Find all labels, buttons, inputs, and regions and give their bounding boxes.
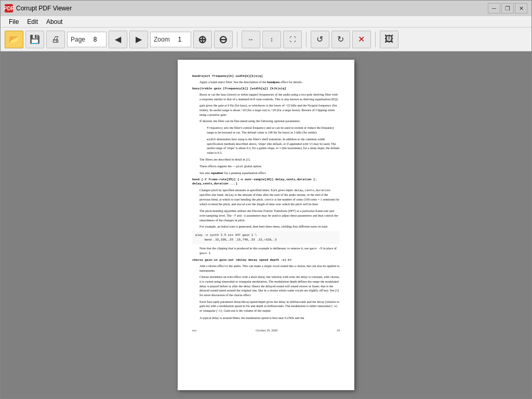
save-button[interactable]: 💾 xyxy=(25,31,44,48)
pdf-code-block: play -n synth 2.5 sin 447 gain 1 \ bend … xyxy=(192,231,340,244)
menu-edit[interactable]: Edit xyxy=(23,17,42,26)
pdf-line-17: chorus gain-in gain-out <delay decay spe… xyxy=(192,258,340,262)
fit-height-button[interactable]: ↕ xyxy=(262,31,281,48)
pdf-line-1: bandreject frequency[k] width[k][k|o|q] xyxy=(192,74,340,78)
zoom-input[interactable] xyxy=(172,36,188,43)
thumbnail-button[interactable]: 🖼 xyxy=(380,31,398,48)
close-doc-icon: ✕ xyxy=(358,34,365,44)
pdf-line-19: Chorus resembles an echo effect with a s… xyxy=(192,275,340,297)
window-controls: ─ ❐ ✕ xyxy=(488,3,527,14)
prev-page-button[interactable]: ◀ xyxy=(109,31,127,48)
menu-bar: File Edit About xyxy=(1,16,531,28)
pdf-line-16: Note that the clipping that is produced … xyxy=(192,246,340,256)
pdf-page: bandreject frequency[k] width[k][k|o|q] … xyxy=(178,60,354,390)
rotate-cw-button[interactable]: ↻ xyxy=(331,31,350,48)
rotate-ccw-button[interactable]: ↺ xyxy=(311,31,329,48)
pdf-line-5: gain gives the gain at 0 Hz (for bass), … xyxy=(192,103,340,117)
pdf-line-13: Changes pitch by specified amounts at sp… xyxy=(192,188,340,207)
fit-width-button[interactable]: ↔ xyxy=(242,31,260,48)
page-label: Page xyxy=(71,36,85,43)
next-icon: ▶ xyxy=(136,34,142,44)
pdf-line-2: Apply a band-reject filter. See the desc… xyxy=(192,80,340,85)
content-area: bandreject frequency[k] width[k][k|o|q] … xyxy=(1,51,531,398)
pdf-line-8: width determines how steep is the filter… xyxy=(192,137,340,155)
pdf-line-10: These effects support the −−plot global … xyxy=(192,164,340,169)
page-input-group: Page xyxy=(67,32,107,47)
footer-page: 34 xyxy=(337,328,340,332)
save-icon: 💾 xyxy=(30,34,40,44)
print-icon: 🖨 xyxy=(51,35,60,44)
pdf-viewport[interactable]: bandreject frequency[k] width[k][k|o|q] … xyxy=(1,51,531,398)
app-icon: PDF xyxy=(5,4,13,12)
zoom-out-button[interactable]: ⊖ xyxy=(214,31,233,48)
pdf-line-3: bass|treble gain [frequency[k]] [width[q… xyxy=(192,87,340,91)
separator-2 xyxy=(306,32,307,47)
fit-page-icon: ⛶ xyxy=(289,36,296,43)
pdf-line-15: For example, an initial tone is generate… xyxy=(192,224,340,229)
rotate-ccw-icon: ↺ xyxy=(316,34,323,44)
title-bar-left: PDF Corrupt PDF Viewer xyxy=(5,4,72,12)
zoom-input-group: Zoom xyxy=(150,32,191,47)
pdf-line-11: See also equaliser for a peaking equalis… xyxy=(192,171,340,176)
next-page-button[interactable]: ▶ xyxy=(129,31,148,48)
pdf-line-12: bend [-f frame-rate[25]] [-o over-sample… xyxy=(192,178,340,186)
toolbar: 📂 💾 🖨 Page ◀ ▶ Zoom ⊕ ⊖ ↔ xyxy=(1,28,531,51)
separator-1 xyxy=(237,32,237,47)
main-window: PDF Corrupt PDF Viewer ─ ❐ ✕ File Edit A… xyxy=(0,0,532,399)
close-doc-button[interactable]: ✕ xyxy=(352,31,371,48)
footer-left: sox xyxy=(192,328,196,332)
zoom-in-button[interactable]: ⊕ xyxy=(193,31,212,48)
fit-width-icon: ↔ xyxy=(248,36,254,43)
menu-file[interactable]: File xyxy=(5,17,23,26)
pdf-line-4: Boost or cut the bass (lower) or treble … xyxy=(192,92,340,101)
print-button[interactable]: 🖨 xyxy=(46,31,65,48)
prev-icon: ◀ xyxy=(115,34,121,44)
window-title: Corrupt PDF Viewer xyxy=(16,5,72,12)
footer-date: October 29, 2008 xyxy=(256,328,277,332)
open-icon: 📂 xyxy=(9,34,19,44)
pdf-line-7: frequency sets the filter's central freq… xyxy=(192,126,340,135)
page-input[interactable] xyxy=(87,36,103,43)
zoom-label: Zoom xyxy=(154,36,170,43)
pdf-line-6: If desired, the filter can be fine-tuned… xyxy=(192,119,340,124)
rotate-cw-icon: ↻ xyxy=(337,34,344,44)
fit-height-icon: ↕ xyxy=(270,36,273,43)
title-bar: PDF Corrupt PDF Viewer ─ ❐ ✕ xyxy=(1,1,531,16)
separator-3 xyxy=(375,32,376,47)
pdf-line-14: The pitch-bending algorithm utilises the… xyxy=(192,209,340,222)
zoom-in-icon: ⊕ xyxy=(198,33,207,46)
restore-button[interactable]: ❐ xyxy=(501,3,514,14)
pdf-footer: sox October 29, 2008 34 xyxy=(192,328,340,332)
thumbnail-icon: 🖼 xyxy=(384,34,394,45)
pdf-line-20: Each four-tuple parameter delay/decay/sp… xyxy=(192,300,340,314)
menu-about[interactable]: About xyxy=(42,17,66,26)
minimize-button[interactable]: ─ xyxy=(488,3,500,14)
open-button[interactable]: 📂 xyxy=(5,31,23,48)
pdf-content: bandreject frequency[k] width[k][k|o|q] … xyxy=(192,74,340,320)
close-button[interactable]: ✕ xyxy=(515,3,527,14)
fit-page-button[interactable]: ⛶ xyxy=(283,31,302,48)
pdf-line-18: Add a chorus effect to the audio. This c… xyxy=(192,264,340,273)
pdf-line-9: The filters are described in detail in [… xyxy=(192,157,340,162)
pdf-line-21: A typical delay is around 60ms; the modu… xyxy=(192,316,340,321)
zoom-out-icon: ⊖ xyxy=(219,33,228,46)
